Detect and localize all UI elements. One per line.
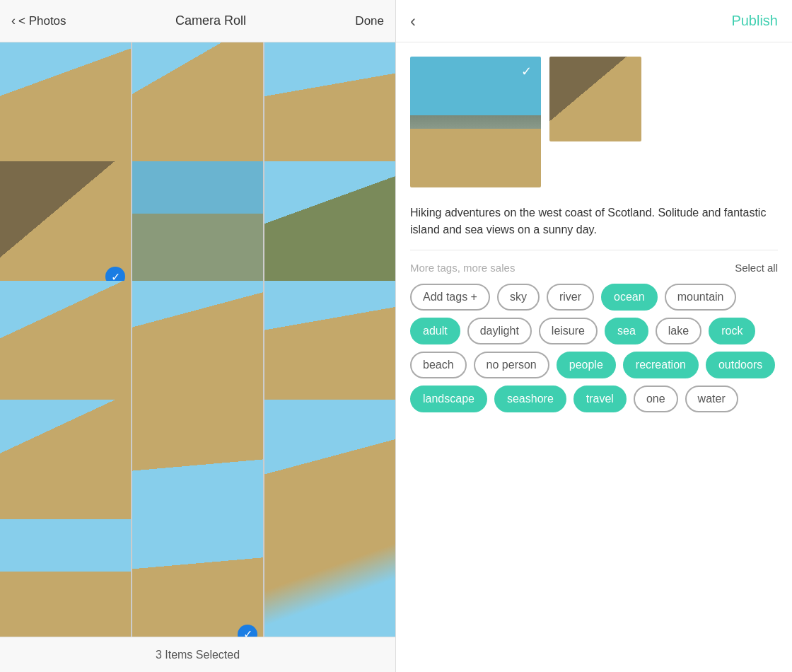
tag-item[interactable]: beach xyxy=(410,352,467,378)
photo-check-icon: ✓ xyxy=(238,625,257,637)
tag-item[interactable]: no person xyxy=(474,352,549,378)
photo-cell[interactable] xyxy=(132,400,263,531)
photo-cell[interactable] xyxy=(264,519,395,637)
tag-item[interactable]: sea xyxy=(605,318,648,344)
tag-item[interactable]: ocean xyxy=(601,284,658,311)
done-button[interactable]: Done xyxy=(355,14,384,28)
tag-item[interactable]: Add tags + xyxy=(410,284,490,311)
back-to-photos-button[interactable]: ‹ < Photos xyxy=(11,13,66,28)
back-label: < Photos xyxy=(18,14,66,28)
tag-item[interactable]: daylight xyxy=(467,318,532,344)
tag-item[interactable]: adult xyxy=(410,318,460,344)
tag-item[interactable]: rock xyxy=(709,318,755,344)
right-content: ✓ Hiking adventures on the west coast of… xyxy=(396,42,792,672)
photo-description[interactable]: Hiking adventures on the west coast of S… xyxy=(410,204,778,250)
tag-item[interactable]: sky xyxy=(497,284,540,311)
selection-count-label: 3 Items Selected xyxy=(156,649,240,661)
photo-cell[interactable] xyxy=(0,400,131,531)
photo-cell[interactable] xyxy=(264,281,395,412)
tag-item[interactable]: seashore xyxy=(494,386,566,412)
photo-cell[interactable]: ✓ xyxy=(0,161,131,292)
tag-item[interactable]: mountain xyxy=(665,284,737,311)
selected-photos-row: ✓ xyxy=(410,57,778,187)
publish-button[interactable]: Publish xyxy=(731,13,778,29)
back-chevron-icon: ‹ xyxy=(11,13,16,28)
left-header: ‹ < Photos Camera Roll Done xyxy=(0,0,395,42)
photo-cell[interactable] xyxy=(264,400,395,531)
tag-item[interactable]: one xyxy=(634,386,678,412)
back-button[interactable]: ‹ xyxy=(410,11,416,31)
photo-cell[interactable] xyxy=(132,281,263,412)
photo-cell[interactable] xyxy=(132,42,263,173)
right-header: ‹ Publish xyxy=(396,0,792,42)
tag-item[interactable]: water xyxy=(685,386,738,412)
photo-grid: ✓✓ xyxy=(0,42,395,637)
tag-item[interactable]: river xyxy=(547,284,594,311)
photo-cell[interactable] xyxy=(264,161,395,292)
photo-cell[interactable] xyxy=(132,161,263,292)
tag-item[interactable]: travel xyxy=(573,386,627,412)
main-selected-photo[interactable]: ✓ xyxy=(410,57,541,187)
photo-cell[interactable]: ✓ xyxy=(132,519,263,637)
selection-footer: 3 Items Selected xyxy=(0,637,395,672)
tag-item[interactable]: people xyxy=(557,352,616,378)
tags-header: More tags, more sales Select all xyxy=(410,262,778,274)
photo-cell[interactable] xyxy=(0,519,131,637)
publish-panel: ‹ Publish ✓ Hiking adventures on the wes… xyxy=(396,0,792,672)
tag-item[interactable]: outdoors xyxy=(706,352,775,378)
photo-picker-panel: ‹ < Photos Camera Roll Done ✓✓ 3 Items S… xyxy=(0,0,396,672)
tag-item[interactable]: landscape xyxy=(410,386,487,412)
tag-item[interactable]: lake xyxy=(656,318,701,344)
tags-hint-label: More tags, more sales xyxy=(410,262,515,274)
camera-roll-title: Camera Roll xyxy=(175,13,246,28)
photo-cell[interactable] xyxy=(264,42,395,173)
photo-cell[interactable] xyxy=(0,42,131,173)
tags-container: Add tags +skyriveroceanmountainadultdayl… xyxy=(410,284,778,412)
photo-selected-check: ✓ xyxy=(517,62,535,81)
tag-item[interactable]: leisure xyxy=(539,318,598,344)
tag-item[interactable]: recreation xyxy=(623,352,699,378)
select-all-button[interactable]: Select all xyxy=(735,262,778,274)
photo-cell[interactable] xyxy=(0,281,131,412)
thumb-selected-photo[interactable] xyxy=(549,57,641,141)
